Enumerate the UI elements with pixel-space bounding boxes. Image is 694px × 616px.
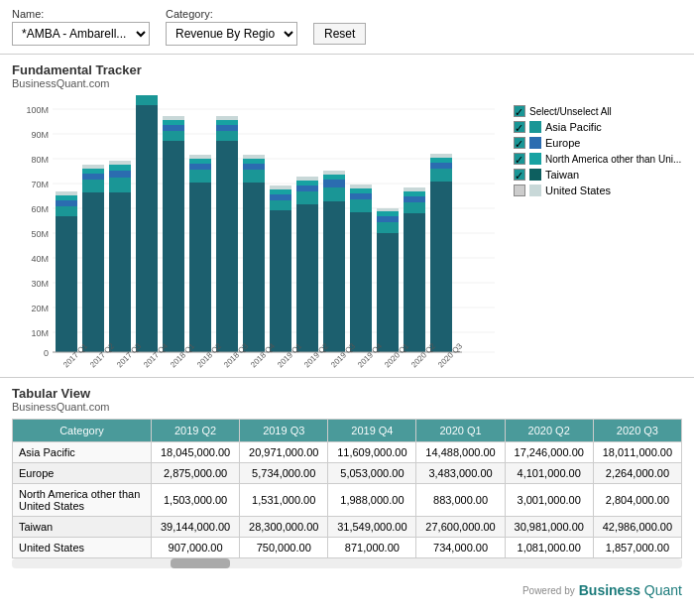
northam-checkbox[interactable]: ✓: [514, 153, 525, 165]
svg-rect-75: [350, 199, 372, 212]
legend-europe[interactable]: ✓ Europe: [514, 137, 682, 149]
svg-rect-52: [216, 120, 238, 125]
svg-rect-24: [56, 200, 77, 206]
svg-rect-68: [296, 177, 318, 181]
svg-text:30M: 30M: [31, 279, 49, 289]
top-bar: Name: *AMBA - Ambarell... Category: Reve…: [0, 0, 694, 55]
cell-value: 1,531,000.00: [240, 484, 328, 517]
svg-rect-60: [270, 200, 291, 210]
chart-legend: ✓ Select/Unselect All ✓ Asia Pacific ✓ E…: [514, 95, 682, 373]
europe-color: [529, 137, 541, 149]
brand-name: Business Quant: [579, 582, 682, 598]
svg-rect-69: [323, 201, 345, 352]
cell-value: 42,986,000.00: [593, 517, 681, 538]
svg-rect-66: [296, 185, 318, 191]
legend-us[interactable]: United States: [514, 185, 682, 196]
col-2019q2: 2019 Q2: [152, 420, 240, 442]
svg-rect-35: [109, 165, 131, 171]
svg-rect-46: [189, 164, 211, 170]
select-all-checkbox[interactable]: ✓: [514, 105, 525, 117]
table-row: North America other than United States1,…: [13, 484, 682, 517]
cell-category: Asia Pacific: [13, 442, 152, 463]
legend-select-all-label: Select/Unselect All: [529, 106, 612, 117]
svg-rect-57: [243, 159, 265, 164]
europe-checkbox[interactable]: ✓: [514, 137, 525, 149]
legend-taiwan[interactable]: ✓ Taiwan: [514, 169, 682, 181]
svg-rect-93: [430, 154, 452, 158]
svg-rect-58: [243, 155, 265, 159]
table-header-row: Category 2019 Q2 2019 Q3 2019 Q4 2020 Q1…: [13, 420, 682, 442]
cell-value: 734,000.00: [416, 538, 505, 558]
table-title: Tabular View: [12, 386, 682, 401]
svg-rect-84: [404, 213, 425, 352]
svg-rect-28: [82, 180, 104, 192]
svg-rect-27: [82, 192, 104, 352]
name-select[interactable]: *AMBA - Ambarell...: [12, 22, 150, 46]
us-checkbox[interactable]: [514, 185, 525, 196]
col-2020q3: 2020 Q3: [593, 420, 681, 442]
cell-value: 1,857,000.00: [593, 538, 681, 558]
svg-rect-44: [189, 183, 211, 352]
cell-category: Europe: [13, 463, 152, 484]
svg-rect-39: [163, 141, 184, 352]
category-select[interactable]: Revenue By Regio: [166, 22, 297, 46]
legend-northam[interactable]: ✓ North America other than Uni...: [514, 153, 682, 165]
cell-value: 2,264,000.00: [593, 463, 681, 484]
cell-value: 5,053,000.00: [328, 463, 416, 484]
scrollbar-thumb[interactable]: [171, 558, 230, 568]
svg-rect-34: [109, 171, 131, 178]
col-2019q4: 2019 Q4: [328, 420, 416, 442]
scrollbar[interactable]: [12, 558, 682, 568]
svg-rect-47: [189, 159, 211, 164]
table-row: Taiwan39,144,000.0028,300,000.0031,549,0…: [13, 517, 682, 538]
svg-rect-29: [82, 174, 104, 180]
name-field-group: Name: *AMBA - Ambarell...: [12, 8, 150, 46]
cell-value: 28,300,000.00: [240, 517, 328, 538]
cell-category: North America other than United States: [13, 484, 152, 517]
svg-rect-54: [243, 183, 265, 352]
svg-rect-70: [323, 187, 345, 201]
svg-text:0: 0: [44, 348, 49, 358]
cell-category: United States: [13, 538, 152, 558]
svg-rect-63: [270, 185, 291, 189]
legend-asia-pacific[interactable]: ✓ Asia Pacific: [514, 121, 682, 133]
table-subtitle: BusinessQuant.com: [12, 401, 682, 413]
cell-value: 3,483,000.00: [416, 463, 505, 484]
svg-rect-51: [216, 125, 238, 131]
svg-text:70M: 70M: [31, 180, 49, 189]
legend-northam-label: North America other than Uni...: [545, 154, 681, 165]
col-2020q2: 2020 Q2: [505, 420, 593, 442]
svg-rect-41: [163, 125, 184, 131]
svg-rect-71: [323, 180, 345, 187]
svg-text:60M: 60M: [31, 204, 49, 214]
legend-select-all[interactable]: ✓ Select/Unselect All: [514, 105, 682, 117]
legend-taiwan-label: Taiwan: [545, 169, 579, 181]
svg-rect-26: [56, 191, 77, 195]
cell-value: 17,246,000.00: [505, 442, 593, 463]
svg-rect-61: [270, 194, 291, 200]
cell-value: 11,609,000.00: [328, 442, 416, 463]
col-2020q1: 2020 Q1: [416, 420, 505, 442]
svg-rect-55: [243, 170, 265, 183]
reset-button[interactable]: Reset: [313, 23, 366, 45]
category-field-group: Category: Revenue By Regio: [166, 8, 297, 46]
taiwan-checkbox[interactable]: ✓: [514, 169, 525, 181]
cell-value: 871,000.00: [328, 538, 416, 558]
svg-rect-74: [350, 212, 372, 352]
svg-rect-31: [82, 165, 104, 169]
svg-rect-64: [296, 204, 318, 352]
cell-value: 18,011,000.00: [593, 442, 681, 463]
svg-rect-33: [109, 178, 131, 192]
table-wrap: Category 2019 Q2 2019 Q3 2019 Q4 2020 Q1…: [12, 419, 682, 558]
svg-rect-89: [430, 182, 452, 352]
svg-rect-80: [377, 222, 399, 233]
cell-value: 907,000.00: [152, 538, 240, 558]
footer: Powered by Business Quant: [0, 576, 694, 604]
col-category: Category: [13, 420, 152, 442]
cell-value: 750,000.00: [240, 538, 328, 558]
svg-text:10M: 10M: [31, 328, 49, 338]
asia-pacific-checkbox[interactable]: ✓: [514, 121, 525, 133]
svg-rect-85: [404, 202, 425, 213]
svg-rect-23: [56, 206, 77, 216]
svg-text:80M: 80M: [31, 155, 49, 165]
